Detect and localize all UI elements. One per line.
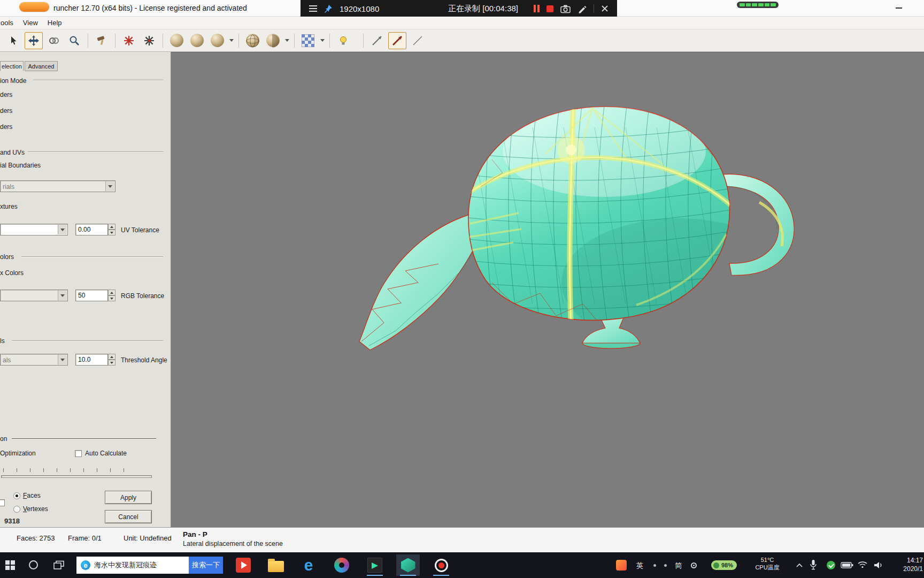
vertexes-radio-label[interactable]: Vertexes	[23, 505, 48, 513]
stop-icon[interactable]	[546, 5, 553, 12]
optimization-checkbox-label[interactable]: Optimization	[0, 450, 36, 457]
combo-arrow-icon[interactable]	[58, 291, 67, 300]
edge-checkbox[interactable]	[0, 499, 5, 506]
materials-combo[interactable]: rials	[0, 180, 116, 192]
uv-tolerance-input[interactable]: 0.00	[75, 224, 108, 235]
spin-up-icon[interactable]	[108, 224, 116, 230]
network-tray-button[interactable]	[858, 561, 867, 568]
sphere-textured-icon[interactable]	[208, 32, 226, 49]
media-app-button[interactable]	[330, 554, 353, 576]
threshold-angle-stepper[interactable]	[108, 354, 116, 366]
colors-combo[interactable]	[0, 290, 68, 301]
combo-arrow-icon[interactable]	[105, 181, 114, 191]
ime-charset-indicator[interactable]: 简	[675, 561, 682, 571]
search-input-value[interactable]: 海水中发现新冠痕迹	[94, 560, 157, 570]
normals-combo[interactable]: als	[0, 354, 68, 366]
ime-settings-icon[interactable]	[691, 562, 697, 568]
polygon-cruncher-app-button[interactable]	[396, 554, 420, 576]
sphere-shaded-icon[interactable]	[188, 32, 206, 49]
option-material-boundaries[interactable]: ial Boundaries	[0, 162, 41, 169]
zoom-tool-icon[interactable]	[65, 32, 83, 49]
taskbar-search-box[interactable]: e 海水中发现新冠痕迹	[76, 557, 189, 574]
menu-help[interactable]: Help	[43, 17, 67, 28]
uv-tolerance-stepper[interactable]	[108, 224, 116, 235]
ime-tool-icon-2[interactable]	[664, 564, 667, 567]
auto-calculate-label[interactable]: Auto Calculate	[85, 450, 127, 457]
teapot-3d-model[interactable]	[171, 52, 924, 528]
cancel-button[interactable]: Cancel	[105, 510, 152, 523]
option-borders-1[interactable]: ders	[0, 91, 12, 98]
pause-icon[interactable]	[534, 5, 540, 12]
menu-icon[interactable]	[309, 5, 317, 12]
pin-icon[interactable]	[324, 4, 333, 13]
pencil-icon[interactable]	[578, 4, 587, 13]
tab-selection[interactable]: election	[0, 61, 24, 71]
battery-status-pill[interactable]: 98%	[711, 560, 737, 570]
volume-tray-button[interactable]	[874, 561, 883, 569]
sphere-smooth-icon[interactable]	[167, 32, 186, 49]
image-app-button[interactable]	[363, 554, 387, 576]
vertexes-radio[interactable]	[13, 506, 20, 513]
spin-down-icon[interactable]	[108, 360, 116, 366]
edge-display-icon-1[interactable]	[368, 32, 386, 49]
combo-arrow-icon[interactable]	[58, 355, 67, 364]
tray-expand-button[interactable]	[796, 562, 803, 568]
camera-icon[interactable]	[560, 4, 571, 13]
close-icon[interactable]	[601, 5, 609, 12]
spin-down-icon[interactable]	[108, 230, 116, 235]
texture-checker-icon[interactable]	[299, 32, 317, 49]
rgb-tolerance-stepper[interactable]	[108, 290, 116, 301]
edge-display-icon-2[interactable]	[388, 32, 406, 49]
minimize-button[interactable]	[888, 0, 910, 16]
combo-arrow-icon[interactable]	[58, 225, 67, 234]
rgb-tolerance-input[interactable]: 50	[75, 290, 108, 301]
taskbar-clock[interactable]: 14:17 2020/1	[894, 556, 923, 573]
battery-tray-button[interactable]	[841, 562, 853, 568]
antivirus-tray-button[interactable]	[827, 561, 835, 569]
cortana-button[interactable]	[29, 560, 38, 569]
spin-up-icon[interactable]	[108, 354, 116, 360]
select-tool-icon[interactable]	[4, 32, 22, 49]
spin-down-icon[interactable]	[108, 295, 116, 301]
ime-tool-icon-1[interactable]	[653, 564, 656, 567]
task-view-button[interactable]	[53, 560, 64, 570]
ime-language-indicator[interactable]: 英	[636, 561, 643, 571]
apply-button[interactable]: Apply	[105, 491, 152, 504]
faces-radio-label[interactable]: Faces	[23, 492, 41, 499]
ime-button[interactable]	[616, 560, 627, 571]
light-icon[interactable]	[334, 32, 352, 49]
auto-calculate-checkbox[interactable]	[75, 450, 82, 457]
option-textures[interactable]: xtures	[0, 203, 18, 210]
rings-tool-icon[interactable]	[45, 32, 63, 49]
crosshair-red-icon[interactable]	[120, 32, 138, 49]
menu-tools[interactable]: ools	[0, 17, 18, 28]
texture-dropdown-icon[interactable]	[319, 32, 325, 49]
tab-advanced[interactable]: Advanced	[25, 61, 58, 71]
mic-tray-button[interactable]	[810, 559, 817, 570]
screen-recorder-app-button[interactable]	[429, 554, 453, 576]
faces-radio[interactable]	[13, 492, 20, 499]
optimization-slider[interactable]	[1, 475, 152, 478]
wire-dropdown-icon[interactable]	[284, 32, 290, 49]
crosshair-dark-icon[interactable]	[140, 32, 158, 49]
start-button[interactable]	[5, 560, 15, 570]
sphere-dropdown-icon[interactable]	[228, 32, 234, 49]
menu-view[interactable]: View	[18, 17, 43, 28]
video-app-button[interactable]	[232, 554, 255, 576]
sphere-wireframe-icon[interactable]	[243, 32, 261, 49]
option-borders-2[interactable]: ders	[0, 107, 12, 115]
spin-up-icon[interactable]	[108, 290, 116, 295]
hammer-tool-icon[interactable]	[93, 32, 111, 49]
edge-display-icon-3[interactable]	[409, 32, 427, 49]
cpu-temp-widget[interactable]: 51°C CPU温度	[751, 556, 784, 571]
viewport-3d[interactable]	[171, 52, 924, 527]
edge-app-button[interactable]: e	[297, 554, 320, 576]
move-tool-icon[interactable]	[25, 32, 43, 49]
option-borders-3[interactable]: ders	[0, 123, 12, 131]
search-button[interactable]: 搜索一下	[189, 557, 223, 574]
file-explorer-button[interactable]	[264, 554, 288, 576]
option-vertex-colors[interactable]: x Colors	[0, 269, 24, 277]
sphere-halfwire-icon[interactable]	[264, 32, 282, 49]
threshold-angle-input[interactable]: 10.0	[75, 354, 108, 366]
uv-combo[interactable]	[0, 224, 68, 235]
